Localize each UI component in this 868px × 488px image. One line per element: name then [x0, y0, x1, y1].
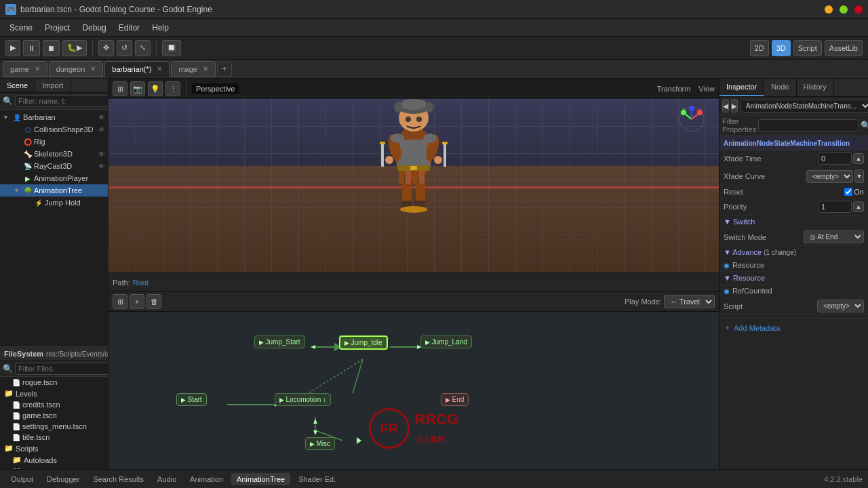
tab-barbarian-close[interactable]: ✕ [157, 65, 162, 73]
node-misc[interactable]: Misc [305, 437, 335, 450]
viewport-3d[interactable]: ⊞ 📷 💡 ⋮ Perspective Transform View [108, 79, 719, 272]
toolbar-snap[interactable]: 🔲 [162, 40, 181, 56]
fs-item-rogue[interactable]: 📄 rogue.tscn [0, 377, 108, 388]
toolbar-move[interactable]: ✥ [98, 40, 114, 56]
fs-item-settings-menu[interactable]: 📄 settings_menu.tscn [0, 421, 108, 432]
play-mode-select[interactable]: ↔ Travel ▶ Next [664, 295, 715, 308]
eye-skeleton[interactable]: 👁 [98, 150, 105, 158]
inspector-tab-history[interactable]: History [797, 79, 834, 96]
toolbar-debug-play[interactable]: 🐛▶ [62, 40, 87, 56]
minimize-button[interactable] [825, 5, 833, 14]
status-debugger[interactable]: Debugger [41, 473, 85, 485]
mode-3d[interactable]: 3D [772, 40, 791, 56]
svg-point-29 [400, 206, 427, 213]
tree-item-jumphold[interactable]: ⚡ Jump Hold [0, 197, 108, 209]
tab-mage[interactable]: mage ✕ [171, 61, 216, 77]
graph-delete-btn[interactable]: 🗑 [146, 294, 161, 309]
xfade-curve-down[interactable]: ▼ [854, 169, 864, 183]
toolbar-rotate[interactable]: ↺ [117, 40, 132, 56]
graph-canvas[interactable]: Jump_Start Jump_Idle Jump_Land Start Loc… [108, 312, 719, 469]
maximize-button[interactable] [840, 5, 848, 14]
menu-debug[interactable]: Debug [77, 21, 111, 35]
play-mode-label: Play Mode: [625, 298, 662, 306]
priority-input[interactable] [818, 201, 852, 213]
tree-item-skeleton[interactable]: 🦴 Skeleton3D 👁 [0, 148, 108, 160]
tree-item-animplayer[interactable]: ▶ AnimationPlayer [0, 172, 108, 184]
tab-dungeon[interactable]: dungeon ✕ [49, 61, 104, 77]
menu-scene[interactable]: Scene [4, 21, 38, 35]
inspector-tab-inspector[interactable]: Inspector [719, 79, 764, 96]
path-value[interactable]: Root [133, 279, 149, 287]
switch-mode-select[interactable]: ◎ At End ◎ Immediate [804, 230, 864, 243]
toolbar-scale[interactable]: ⤡ [135, 40, 151, 56]
status-search[interactable]: Search Results [87, 473, 149, 485]
tree-item-animtree[interactable]: ▼ 🌳 AnimationTree [0, 184, 108, 197]
eye-raycast[interactable]: 👁 [98, 163, 105, 170]
menu-editor[interactable]: Editor [113, 21, 145, 35]
fs-item-levels[interactable]: 📁 Levels [0, 388, 108, 399]
filter-properties-input[interactable] [758, 119, 859, 131]
eye-barbarian[interactable]: 👁 [98, 114, 105, 121]
tab-mage-close[interactable]: ✕ [203, 65, 208, 73]
menu-project[interactable]: Project [39, 21, 75, 35]
priority-up[interactable]: ▲ [853, 201, 864, 212]
fs-item-autoloads[interactable]: 📁 Autoloads [0, 454, 108, 466]
eye-collision[interactable]: 👁 [98, 126, 105, 134]
script-label: Script [724, 302, 814, 310]
insp-back-btn[interactable]: ◀ [722, 99, 729, 113]
graph-grid-btn[interactable]: ⊞ [113, 294, 127, 309]
tree-item-rig[interactable]: ⭕ Rig [0, 136, 108, 148]
xfade-curve-select[interactable]: <empty> [806, 170, 853, 183]
graph-add-btn[interactable]: + [130, 294, 144, 309]
fs-item-credits[interactable]: 📄 credits.tscn [0, 399, 108, 410]
node-jump-idle[interactable]: Jump_Idle [339, 336, 388, 350]
insp-fwd-btn[interactable]: ▶ [731, 99, 738, 113]
close-button[interactable] [854, 5, 863, 14]
fs-item-scripts[interactable]: 📁 Scripts [0, 443, 108, 454]
tab-scene[interactable]: Scene [0, 79, 35, 92]
node-locomotion[interactable]: Locomotion ↕ [275, 393, 331, 406]
add-tab-button[interactable]: + [217, 62, 232, 77]
tab-barbarian[interactable]: barbarian(*) ✕ [104, 61, 170, 77]
perspective-label[interactable]: Perspective [192, 83, 239, 94]
watermark: FR RRCG人人素材 [346, 401, 481, 455]
vp-camera-btn[interactable]: 📷 [130, 81, 145, 96]
tab-dungeon-close[interactable]: ✕ [90, 65, 96, 73]
xfade-time-up[interactable]: ▲ [853, 153, 864, 164]
tree-item-raycast[interactable]: 📡 RayCast3D 👁 [0, 160, 108, 172]
menu-help[interactable]: Help [146, 21, 174, 35]
mode-script[interactable]: Script [793, 40, 822, 56]
tab-game-close[interactable]: ✕ [35, 65, 40, 73]
vp-dots-btn[interactable]: ⋮ [165, 81, 180, 96]
fs-filter-input[interactable] [15, 363, 108, 375]
inspector-tab-node[interactable]: Node [764, 79, 796, 96]
tree-item-barbarian[interactable]: ▼ 👤 Barbarian 👁 [0, 111, 108, 123]
status-animtree[interactable]: AnimationTree [231, 473, 290, 485]
toolbar-stop[interactable]: ⏹ [43, 40, 60, 56]
script-select[interactable]: <empty> [817, 300, 864, 312]
tab-import[interactable]: Import [35, 79, 71, 92]
vp-grid-btn[interactable]: ⊞ [113, 81, 127, 96]
mode-assetlib[interactable]: AssetLib [825, 40, 863, 56]
status-audio[interactable]: Audio [152, 473, 182, 485]
tab-game[interactable]: game ✕ [3, 61, 47, 77]
xfade-time-input[interactable] [818, 152, 852, 165]
vp-light-btn[interactable]: 💡 [148, 81, 163, 96]
status-animation[interactable]: Animation [184, 473, 229, 485]
fs-item-game[interactable]: 📄 game.tscn [0, 410, 108, 421]
node-jump-start[interactable]: Jump_Start [254, 336, 305, 348]
fs-item-title[interactable]: 📄 title.tscn [0, 432, 108, 443]
node-jump-land[interactable]: Jump_Land [420, 336, 472, 348]
reset-checkbox[interactable] [844, 188, 852, 196]
scene-filter-input[interactable] [15, 95, 108, 107]
toolbar-pause[interactable]: ⏸ [23, 40, 40, 56]
add-metadata-button[interactable]: ＋ Add Metadata [719, 318, 868, 337]
class-selector[interactable]: AnimationNodeStateMachineTrans... [740, 100, 868, 113]
mode-2d[interactable]: 2D [750, 40, 769, 56]
node-start[interactable]: Start [176, 393, 207, 406]
inspector-toolbar: ◀ ▶ AnimationNodeStateMachineTrans... ⋮ [719, 97, 868, 115]
toolbar-play[interactable]: ▶ [5, 40, 20, 56]
status-output[interactable]: Output [5, 473, 39, 485]
status-shader[interactable]: Shader Ed. [293, 473, 341, 485]
tree-item-collisionshape[interactable]: ⬡ CollisionShape3D 👁 [0, 123, 108, 136]
